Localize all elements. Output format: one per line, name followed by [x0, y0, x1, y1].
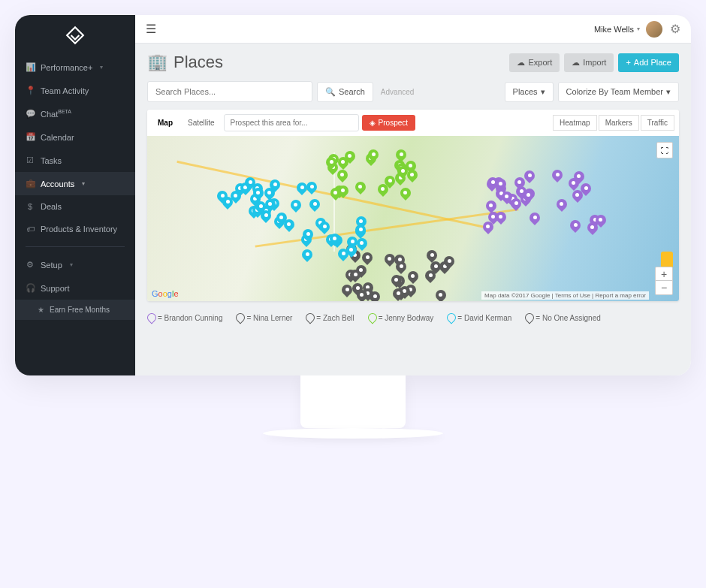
zoom-in-button[interactable]: + — [656, 267, 672, 281]
prospect-input[interactable] — [224, 114, 359, 131]
map-pin[interactable] — [291, 200, 301, 213]
map-pin[interactable] — [444, 256, 454, 270]
map-pin[interactable] — [338, 185, 348, 199]
satellite-tab[interactable]: Satellite — [182, 116, 221, 130]
nav-divider — [26, 246, 125, 247]
map-pin[interactable] — [276, 213, 287, 226]
map-pin[interactable] — [483, 222, 493, 235]
map-pin[interactable] — [302, 249, 312, 263]
map-pin[interactable] — [255, 201, 266, 215]
map-pin[interactable] — [355, 182, 366, 195]
sidebar-item-performance-[interactable]: 📊Performance+▾ — [15, 56, 135, 79]
map-pin[interactable] — [355, 225, 366, 238]
sidebar-item-calendar[interactable]: 📅Calendar — [15, 125, 135, 149]
map-pin[interactable] — [362, 252, 373, 266]
add-place-button[interactable]: +Add Place — [618, 53, 679, 72]
gear-icon[interactable]: ⚙ — [670, 22, 680, 36]
avatar[interactable] — [646, 21, 662, 38]
sidebar-item-team-activity[interactable]: 📍Team Activity — [15, 79, 135, 102]
export-button[interactable]: ☁Export — [509, 53, 560, 72]
search-input[interactable] — [147, 81, 312, 102]
nav-sub-label: Earn Free Months — [50, 306, 110, 314]
fullscreen-button[interactable]: ⛶ — [656, 142, 673, 158]
map-pin[interactable] — [368, 149, 379, 163]
map-pin[interactable] — [511, 198, 521, 212]
map-pin[interactable] — [587, 222, 598, 236]
map-pin[interactable] — [357, 238, 367, 252]
nav-label: Products & Inventory — [41, 225, 117, 234]
map-pin[interactable] — [270, 179, 280, 193]
map-pin[interactable] — [400, 188, 411, 201]
nav-icon: 📊 — [26, 62, 35, 72]
import-button[interactable]: ☁Import — [564, 53, 614, 72]
map-pin[interactable] — [430, 261, 441, 275]
sidebar-item-support[interactable]: 🎧Support — [15, 276, 135, 300]
map-pin[interactable] — [306, 182, 317, 195]
map-pin[interactable] — [396, 261, 406, 275]
chevron-down-icon: ▾ — [100, 64, 103, 71]
map-pin[interactable] — [222, 197, 233, 210]
map-pin[interactable] — [303, 229, 313, 243]
map-pin[interactable] — [330, 234, 340, 247]
map-pin[interactable] — [385, 254, 395, 267]
sidebar-item-accounts[interactable]: 💼Accounts▾ — [15, 172, 135, 195]
user-name[interactable]: Mike Wells — [594, 25, 634, 34]
nav-icon: 💬 — [26, 109, 35, 119]
nav-label: Tasks — [41, 156, 62, 165]
map-pin[interactable] — [436, 290, 446, 301]
sidebar-item-deals[interactable]: $Deals — [15, 195, 135, 218]
map-pin[interactable] — [530, 213, 540, 226]
map-pin[interactable] — [350, 270, 361, 283]
map-pin[interactable] — [581, 183, 591, 197]
markers-toggle[interactable]: Markers — [599, 115, 639, 131]
map-pin[interactable] — [357, 290, 367, 301]
map-tab[interactable]: Map — [152, 116, 179, 130]
map-pin[interactable] — [552, 170, 563, 183]
map-pin[interactable] — [397, 166, 408, 179]
nav-label: Setup — [41, 261, 62, 270]
map-controls: Map Satellite ◈Prospect Heatmap Markers … — [147, 110, 679, 136]
map-pin[interactable] — [524, 170, 535, 184]
map-pin[interactable] — [338, 157, 348, 170]
prospect-button[interactable]: ◈Prospect — [362, 115, 415, 131]
sidebar-item-setup[interactable]: ⚙Setup▾ — [15, 253, 135, 276]
logo[interactable] — [15, 15, 135, 56]
map-pin[interactable] — [370, 291, 380, 301]
map-pin[interactable] — [570, 220, 581, 234]
nav-label: Performance+ — [41, 63, 92, 72]
map-pin[interactable] — [319, 222, 330, 235]
google-logo: Google — [152, 289, 179, 298]
map-pin[interactable] — [342, 285, 352, 298]
map-pin[interactable] — [337, 170, 348, 183]
map-pin[interactable] — [378, 184, 388, 198]
sidebar-item-chat[interactable]: 💬ChatBETA — [15, 102, 135, 125]
colorize-dropdown[interactable]: Colorize By Team Member▾ — [558, 82, 679, 102]
sidebar-item-tasks[interactable]: ☑Tasks — [15, 149, 135, 172]
map-pin[interactable] — [523, 190, 533, 204]
pegman-icon[interactable] — [661, 252, 673, 268]
map-pin[interactable] — [514, 177, 525, 191]
star-icon: ★ — [36, 306, 45, 314]
map-attribution[interactable]: Map data ©2017 Google | Terms of Use | R… — [481, 291, 649, 300]
map-pin[interactable] — [574, 171, 584, 185]
map-canvas[interactable]: ⛶ + − Google Map data ©2017 Google | Ter… — [147, 136, 679, 301]
legend-pin-icon — [447, 313, 454, 322]
sidebar-item-products-inventory[interactable]: 🏷Products & Inventory — [15, 218, 135, 240]
places-filter-dropdown[interactable]: Places▾ — [505, 82, 554, 102]
map-pin[interactable] — [408, 271, 418, 285]
map-pin[interactable] — [557, 199, 567, 213]
heatmap-toggle[interactable]: Heatmap — [553, 115, 597, 131]
map-pin[interactable] — [393, 288, 403, 301]
map-pin[interactable] — [309, 199, 320, 213]
map-pin[interactable] — [346, 245, 357, 258]
map-pin[interactable] — [297, 182, 307, 196]
traffic-toggle[interactable]: Traffic — [641, 115, 674, 131]
search-icon: 🔍 — [325, 87, 336, 97]
map-pin[interactable] — [245, 177, 255, 191]
hamburger-icon[interactable]: ☰ — [146, 22, 156, 36]
map-pin[interactable] — [326, 157, 336, 170]
advanced-link[interactable]: Advanced — [381, 88, 414, 96]
search-button[interactable]: 🔍Search — [317, 82, 373, 102]
sidebar-earn-free-months[interactable]: ★ Earn Free Months — [15, 300, 135, 320]
zoom-out-button[interactable]: − — [656, 281, 672, 294]
